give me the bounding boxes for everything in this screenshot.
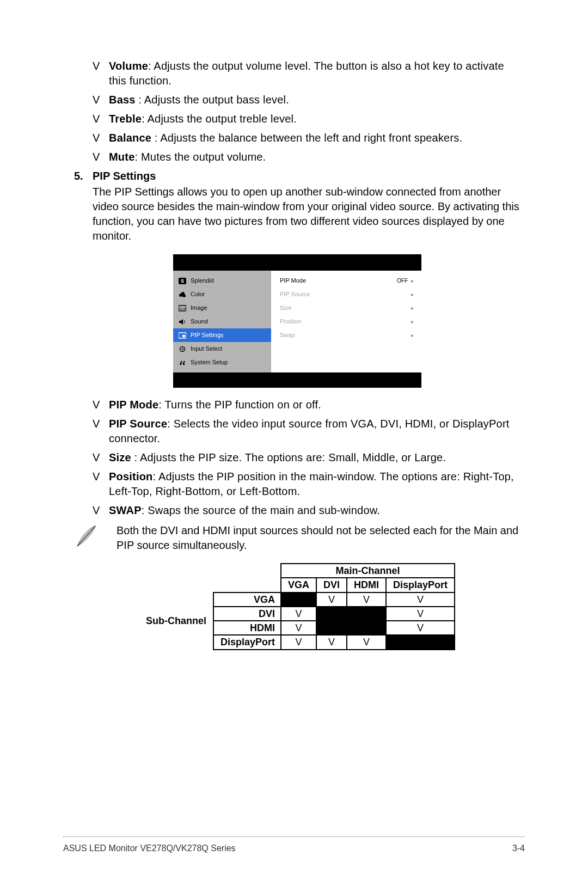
table-cell: V xyxy=(316,635,347,649)
table-cell: V xyxy=(386,621,455,635)
svg-text:S: S xyxy=(181,278,184,284)
s-icon: S xyxy=(179,278,186,284)
pip-bullets: PIP Mode: Turns the PIP function on or o… xyxy=(74,398,520,518)
svg-text:DCR: DCR xyxy=(179,307,187,310)
osd-left-item: System Setup xyxy=(173,356,271,369)
section-heading: 5. PIP Settings xyxy=(74,169,520,184)
table-cell: V xyxy=(386,592,455,607)
osd-left-item: Sound xyxy=(173,315,271,328)
section-number: 5. xyxy=(74,169,93,184)
snd-icon xyxy=(179,319,186,325)
table-cell: V xyxy=(347,635,386,649)
table-cell: V xyxy=(386,607,455,621)
section-title: PIP Settings xyxy=(93,169,156,184)
osd-right-value: ▸ xyxy=(411,318,414,326)
table-col-header: DisplayPort xyxy=(386,578,455,592)
bullet-item: Mute: Mutes the output volume. xyxy=(93,150,520,164)
bullet-item: PIP Source: Selects the video input sour… xyxy=(93,417,520,446)
compat-table: Main-ChannelVGADVIHDMIDisplayPortSub-Cha… xyxy=(139,563,455,650)
osd-right-item: Size▸ xyxy=(271,301,421,315)
osd-left-label: Splendid xyxy=(191,277,214,285)
osd-left-label: Input Select xyxy=(191,345,222,353)
osd-right-label: PIP Source xyxy=(280,290,310,298)
table-cell: V xyxy=(347,592,386,607)
note-row: Both the DVI and HDMI input sources shou… xyxy=(74,522,520,553)
footer-left: ASUS LED Monitor VE278Q/VK278Q Series xyxy=(63,842,236,854)
osd-menu-left: SSplendidColorDCRImageSoundPIP SettingsI… xyxy=(173,271,271,372)
table-col-header: DVI xyxy=(316,578,347,592)
chevron-right-icon: ▸ xyxy=(411,304,414,312)
table-cell: V xyxy=(281,621,316,635)
osd-right-item: PIP ModeOFF▸ xyxy=(271,274,421,288)
osd-right-value: ▸ xyxy=(411,304,414,312)
table-cell xyxy=(316,621,347,635)
bullet-item: Position: Adjusts the PIP position in th… xyxy=(93,469,520,499)
osd-left-label: PIP Settings xyxy=(191,331,223,339)
table-cell xyxy=(281,592,316,607)
col-icon xyxy=(179,291,186,298)
osd-left-item: PIP Settings xyxy=(173,328,271,342)
osd-left-label: Sound xyxy=(191,317,208,326)
svg-point-11 xyxy=(183,363,185,365)
osd-screenshot: SSplendidColorDCRImageSoundPIP SettingsI… xyxy=(173,254,421,388)
osd-right-value: ▸ xyxy=(411,332,414,339)
chevron-right-icon: ▸ xyxy=(411,277,414,285)
bullet-item: Balance : Adjusts the balance between th… xyxy=(93,131,520,145)
table-main-header: Main-Channel xyxy=(281,564,455,578)
bullet-item: SWAP: Swaps the source of the main and s… xyxy=(93,503,520,518)
sound-bullets: Volume: Adjusts the output volume level.… xyxy=(74,59,520,164)
osd-right-value: OFF▸ xyxy=(397,277,414,285)
osd-right-label: Swap xyxy=(280,331,295,339)
chevron-right-icon: ▸ xyxy=(411,318,414,326)
table-col-header: HDMI xyxy=(347,578,386,592)
svg-point-4 xyxy=(182,294,186,297)
svg-point-10 xyxy=(180,363,182,365)
table-cell: V xyxy=(281,607,316,621)
chevron-right-icon: ▸ xyxy=(411,332,414,339)
table-col-header: VGA xyxy=(281,578,316,592)
osd-right-label: Size xyxy=(280,304,291,312)
osd-left-item: DCRImage xyxy=(173,301,271,315)
pip-icon xyxy=(179,332,186,339)
footer-right: 3-4 xyxy=(512,842,525,854)
table-sub-header: Sub-Channel xyxy=(139,592,213,650)
osd-menu-right: PIP ModeOFF▸PIP Source▸Size▸Position▸Swa… xyxy=(271,271,421,372)
osd-right-label: PIP Mode xyxy=(280,277,306,285)
bullet-item: Size : Adjusts the PIP size. The options… xyxy=(93,450,520,465)
osd-left-label: System Setup xyxy=(191,358,228,366)
osd-right-item: Swap▸ xyxy=(271,328,421,342)
inp-icon xyxy=(179,346,186,352)
osd-left-item: SSplendid xyxy=(173,274,271,288)
page-footer: ASUS LED Monitor VE278Q/VK278Q Series 3-… xyxy=(63,836,525,854)
note-text: Both the DVI and HDMI input sources shou… xyxy=(117,522,520,553)
svg-rect-8 xyxy=(182,335,185,337)
osd-right-item: PIP Source▸ xyxy=(271,288,421,301)
table-cell xyxy=(386,635,455,649)
osd-left-label: Image xyxy=(191,304,207,312)
bullet-item: Treble: Adjusts the output treble level. xyxy=(93,112,520,126)
table-row-label: DisplayPort xyxy=(213,635,281,649)
section-body: The PIP Settings allows you to open up a… xyxy=(74,185,520,243)
table-cell xyxy=(347,607,386,621)
table-row-label: VGA xyxy=(213,592,281,607)
bullet-item: PIP Mode: Turns the PIP function on or o… xyxy=(93,398,520,412)
bullet-item: Bass : Adjusts the output bass level. xyxy=(93,93,520,107)
osd-right-label: Position xyxy=(280,317,301,326)
osd-left-item: Color xyxy=(173,288,271,301)
table-cell xyxy=(316,607,347,621)
osd-left-item: Input Select xyxy=(173,342,271,356)
osd-right-item: Position▸ xyxy=(271,315,421,328)
img-icon: DCR xyxy=(179,305,186,311)
sys-icon xyxy=(179,359,186,366)
chevron-right-icon: ▸ xyxy=(411,291,414,298)
table-cell: V xyxy=(281,635,316,649)
feather-icon xyxy=(73,522,100,553)
table-cell xyxy=(347,621,386,635)
table-row-label: DVI xyxy=(213,607,281,621)
osd-left-label: Color xyxy=(191,290,205,298)
table-row-label: HDMI xyxy=(213,621,281,635)
table-cell: V xyxy=(316,592,347,607)
bullet-item: Volume: Adjusts the output volume level.… xyxy=(93,59,520,88)
osd-right-value: ▸ xyxy=(411,291,414,298)
